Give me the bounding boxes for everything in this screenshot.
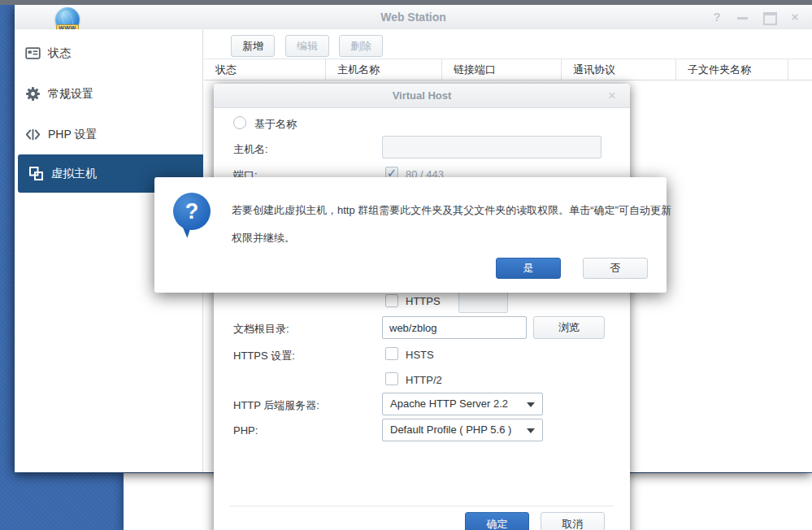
sidebar-item-php-settings[interactable]: PHP 设置 xyxy=(15,124,203,146)
backend-server-value: Apache HTTP Server 2.2 xyxy=(390,398,508,410)
edit-button[interactable]: 编辑 xyxy=(285,35,329,57)
name-based-radio[interactable] xyxy=(233,116,246,129)
dialog-close-icon[interactable]: × xyxy=(604,88,620,104)
browse-button[interactable]: 浏览 xyxy=(533,316,605,339)
gear-icon xyxy=(25,86,41,102)
table-header: 状态 主机名称 链接端口 通讯协议 子文件夹名称 xyxy=(204,59,812,80)
virtual-host-icon xyxy=(28,166,44,181)
column-header-subfolder[interactable]: 子文件夹名称 xyxy=(676,59,788,80)
virtual-host-dialog: Virtual Host × 基于名称 主机名: 端口: ✓ 80 / 443 … xyxy=(214,84,630,530)
column-header-status[interactable]: 状态 xyxy=(204,59,326,80)
hsts-checkbox[interactable] xyxy=(385,347,398,360)
browser-top-strip xyxy=(0,0,812,5)
no-button[interactable]: 否 xyxy=(583,258,648,279)
sidebar-item-general-settings[interactable]: 常规设置 xyxy=(15,83,203,106)
confirm-message: 若要创建此虚拟主机，http 群组需要此文件夹及其父文件夹的读取权限。单击“确定… xyxy=(232,197,680,252)
sidebar-item-label: 常规设置 xyxy=(48,87,93,102)
php-value: Default Profile ( PHP 5.6 ) xyxy=(390,424,511,436)
sidebar-item-label: 虚拟主机 xyxy=(51,167,97,181)
column-header-protocol[interactable]: 通讯协议 xyxy=(562,59,676,80)
cancel-button[interactable]: 取消 xyxy=(541,512,605,530)
http2-checkbox[interactable] xyxy=(385,372,398,385)
sidebar-item-label: 状态 xyxy=(48,46,71,61)
dropdown-arrow-icon xyxy=(527,402,535,407)
minimize-icon[interactable] xyxy=(736,10,750,24)
column-header-filler xyxy=(788,59,812,80)
status-card-icon xyxy=(25,46,41,61)
dialog-footer-divider xyxy=(230,506,614,506)
https-port-input[interactable] xyxy=(458,290,508,313)
window-title: Web Station xyxy=(15,5,812,29)
backend-server-dropdown[interactable]: Apache HTTP Server 2.2 xyxy=(382,393,543,415)
http2-label: HTTP/2 xyxy=(406,374,442,386)
virtual-host-dialog-header: Virtual Host × xyxy=(214,84,630,108)
name-based-label: 基于名称 xyxy=(254,117,297,132)
column-header-hostname[interactable]: 主机名称 xyxy=(326,59,442,80)
hostname-input[interactable] xyxy=(382,136,601,159)
sidebar-item-label: PHP 设置 xyxy=(48,128,97,142)
question-mark-glyph: ? xyxy=(173,193,211,230)
code-brackets-icon xyxy=(25,127,41,142)
docroot-label: 文档根目录: xyxy=(233,322,289,337)
help-icon[interactable]: ? xyxy=(710,10,724,24)
backend-server-label: HTTP 后端服务器: xyxy=(233,398,319,413)
titlebar: WWW Web Station ? × xyxy=(15,5,812,29)
https-checkbox[interactable] xyxy=(385,294,398,307)
maximize-icon[interactable] xyxy=(762,10,776,24)
https-label: HTTPS xyxy=(406,295,441,307)
hostname-label: 主机名: xyxy=(233,142,268,157)
confirm-dialog: ? 若要创建此虚拟主机，http 群组需要此文件夹及其父文件夹的读取权限。单击“… xyxy=(154,177,667,293)
dropdown-arrow-icon xyxy=(527,428,535,433)
hsts-label: HSTS xyxy=(406,349,434,361)
column-header-port[interactable]: 链接端口 xyxy=(442,59,562,80)
sidebar-item-status[interactable]: 状态 xyxy=(15,42,203,65)
php-label: PHP: xyxy=(233,424,258,437)
add-button[interactable]: 新增 xyxy=(231,35,275,57)
php-dropdown[interactable]: Default Profile ( PHP 5.6 ) xyxy=(382,419,543,441)
close-icon[interactable]: × xyxy=(788,10,802,24)
https-settings-label: HTTPS 设置: xyxy=(233,349,295,363)
toolbar: 新增 编辑 删除 xyxy=(204,29,812,59)
yes-button[interactable]: 是 xyxy=(496,258,561,279)
delete-button[interactable]: 删除 xyxy=(339,35,383,57)
ok-button[interactable]: 确定 xyxy=(465,512,529,530)
dialog-title: Virtual Host xyxy=(214,84,630,108)
window-controls: ? × xyxy=(710,5,802,29)
question-bubble-icon: ? xyxy=(173,193,211,230)
confirm-buttons: 是 否 xyxy=(496,258,648,279)
docroot-input[interactable] xyxy=(382,316,527,339)
